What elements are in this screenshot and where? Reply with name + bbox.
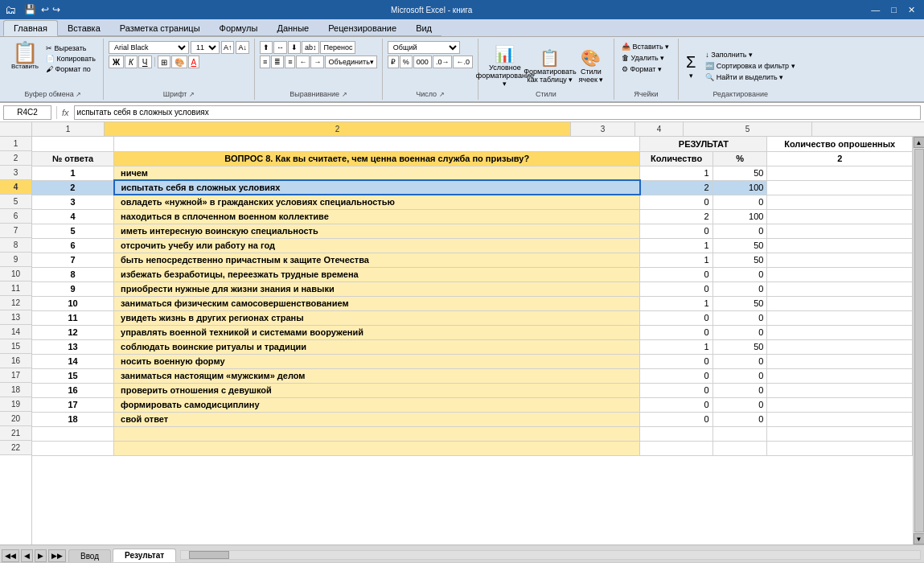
cell-r6c3[interactable]: 2 [640,209,713,224]
col-header-4[interactable]: 4 [635,122,684,136]
cell-r9c1[interactable]: 7 [32,253,114,267]
indent-dec-btn[interactable]: ← [296,55,310,68]
cell-r16c3[interactable]: 0 [640,354,713,368]
indent-inc-btn[interactable]: → [310,55,324,68]
cell-r17c3[interactable]: 0 [640,368,713,383]
cell-r20c5[interactable] [767,412,913,426]
cell-r15c3[interactable]: 1 [640,339,713,354]
cell-r22c1[interactable] [32,441,114,455]
cell-r20c1[interactable]: 18 [32,412,114,426]
cell-r4c5[interactable] [767,180,913,195]
merge-btn[interactable]: Объединить▾ [325,55,376,68]
cell-r7c2[interactable]: иметь интересную воинскую специальность [114,224,640,238]
tab-razmetka[interactable]: Разметка страницы [110,21,210,36]
cell-ref-input[interactable] [3,105,51,120]
cell-r10c1[interactable]: 8 [32,267,114,282]
cell-r19c3[interactable]: 0 [640,397,713,412]
dec-dec-btn[interactable]: ←.0 [453,55,473,68]
cell-r22c4[interactable] [713,441,767,455]
number-format-select[interactable]: Общий [388,41,460,54]
tab-nav-next[interactable]: ▶ [35,549,47,562]
cell-r7c5[interactable] [767,224,913,238]
col-header-3[interactable]: 3 [571,122,635,136]
cell-r13c3[interactable]: 0 [640,310,713,325]
cell-r22c3[interactable] [640,441,713,455]
cell-r11c4[interactable]: 0 [713,282,767,296]
cell-r14c4[interactable]: 0 [713,325,767,339]
cell-r14c3[interactable]: 0 [640,325,713,339]
cell-r22c5[interactable] [767,441,913,455]
comma-btn[interactable]: 000 [413,55,432,68]
cell-r12c5[interactable] [767,296,913,310]
cell-r4c3[interactable]: 2 [640,180,713,195]
cell-r12c1[interactable]: 10 [32,296,114,310]
cell-r8c4[interactable]: 50 [713,238,767,253]
cell-r20c3[interactable]: 0 [640,412,713,426]
cell-r19c1[interactable]: 17 [32,397,114,412]
cell-r7c3[interactable]: 0 [640,224,713,238]
col-header-2[interactable]: 2 [105,122,571,136]
cell-r17c1[interactable]: 15 [32,368,114,383]
cell-r1c2[interactable] [114,137,640,151]
increase-font-btn[interactable]: A↑ [221,41,235,54]
cell-r11c3[interactable]: 0 [640,282,713,296]
cell-r15c4[interactable]: 50 [713,339,767,354]
cell-r13c5[interactable] [767,310,913,325]
cell-r10c2[interactable]: избежать безработицы, переезжать трудные… [114,267,640,282]
cell-r18c3[interactable]: 0 [640,383,713,397]
qa-redo-btn[interactable]: ↪ [52,4,60,15]
formula-input[interactable] [74,105,921,120]
qa-undo-btn[interactable]: ↩ [41,4,49,15]
cell-r9c4[interactable]: 50 [713,253,767,267]
cell-r5c1[interactable]: 3 [32,195,114,209]
cell-r6c4[interactable]: 100 [713,209,767,224]
cell-r7c1[interactable]: 5 [32,224,114,238]
col-header-1[interactable]: 1 [32,122,105,136]
cell-r1c1[interactable] [32,137,114,151]
horizontal-scrollbar[interactable] [180,550,921,560]
cell-r11c1[interactable]: 9 [32,282,114,296]
italic-btn[interactable]: К [125,55,138,68]
cell-r18c5[interactable] [767,383,913,397]
font-name-select[interactable]: Arial Black [109,41,189,54]
tab-formuly[interactable]: Формулы [210,21,268,36]
cell-styles-btn[interactable]: 🎨 Стили ячеек ▾ [575,47,607,85]
cell-r2c3[interactable]: Количество [640,151,713,166]
cell-r19c4[interactable]: 0 [713,397,767,412]
fill-color-btn[interactable]: 🎨 [171,55,187,68]
tab-vstavka[interactable]: Вставка [58,21,110,36]
cell-r4c1[interactable]: 2 [32,180,114,195]
minimize-btn[interactable]: — [867,4,884,15]
cell-r21c1[interactable] [32,426,114,441]
cell-r10c3[interactable]: 0 [640,267,713,282]
cell-r9c5[interactable] [767,253,913,267]
cell-r20c2[interactable]: свой ответ [114,412,640,426]
qa-save-btn[interactable]: 💾 [23,3,38,16]
cell-r12c4[interactable]: 50 [713,296,767,310]
cell-r5c3[interactable]: 0 [640,195,713,209]
cell-r13c2[interactable]: увидеть жизнь в других регионах страны [114,310,640,325]
cell-r9c3[interactable]: 1 [640,253,713,267]
cell-r17c5[interactable] [767,368,913,383]
format-as-table-btn[interactable]: 📋 Форматировать как таблицу ▾ [530,47,570,85]
cell-r10c5[interactable] [767,267,913,282]
cell-r13c4[interactable]: 0 [713,310,767,325]
cut-btn[interactable]: ✂ Вырезать [43,43,98,53]
cell-r14c5[interactable] [767,325,913,339]
cell-r6c5[interactable] [767,209,913,224]
cell-r17c2[interactable]: заниматься настоящим «мужским» делом [114,368,640,383]
cell-r3c4[interactable]: 50 [713,166,767,180]
cell-r15c5[interactable] [767,339,913,354]
text-direction-btn[interactable]: ab↕ [302,41,320,54]
sheet-tab-vvod[interactable]: Ввод [68,549,111,562]
cell-r9c2[interactable]: быть непосредственно причастным к защите… [114,253,640,267]
close-btn[interactable]: ✕ [904,4,919,16]
cell-r5c2[interactable]: овладеть «нужной» в гражданских условиях… [114,195,640,209]
cell-r14c1[interactable]: 12 [32,325,114,339]
tab-glavnaya[interactable]: Главная [3,20,58,36]
cell-r18c1[interactable]: 16 [32,383,114,397]
tab-nav-last[interactable]: ▶▶ [48,549,66,562]
cell-r16c2[interactable]: носить военную форму [114,354,640,368]
cell-r5c5[interactable] [767,195,913,209]
cell-r2c5[interactable]: 2 [767,151,913,166]
